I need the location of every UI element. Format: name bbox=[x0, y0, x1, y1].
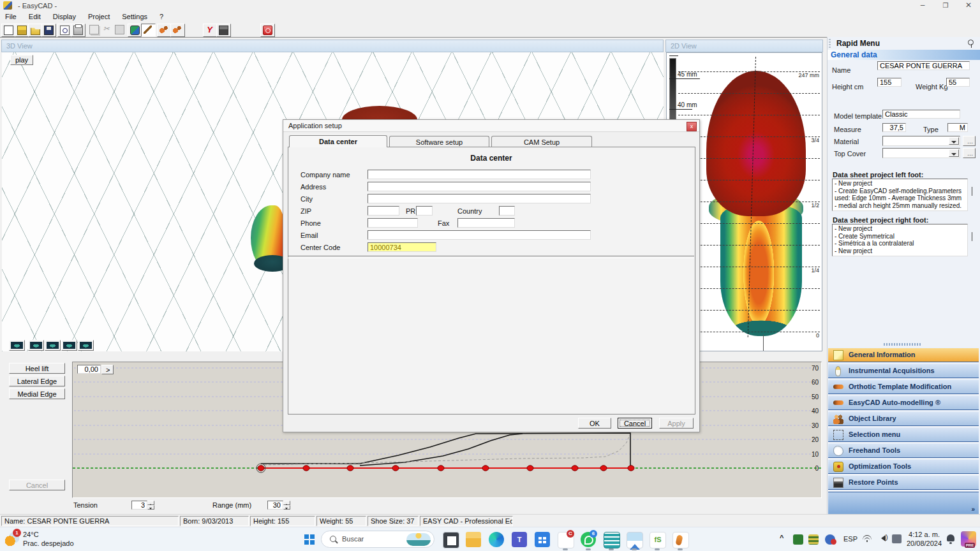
stamp-button[interactable] bbox=[216, 24, 231, 37]
close-button[interactable]: ✕ bbox=[957, 0, 980, 11]
control-point[interactable] bbox=[347, 466, 353, 471]
tray-app-icon[interactable] bbox=[793, 534, 803, 545]
weather-temp[interactable]: 24°C bbox=[23, 531, 39, 538]
tension-stepper[interactable] bbox=[147, 501, 154, 510]
cancel-button[interactable]: Cancel bbox=[618, 418, 652, 429]
open-button[interactable] bbox=[28, 24, 43, 37]
medial-edge-button[interactable]: Medial Edge bbox=[9, 388, 65, 399]
notification-bell-icon[interactable] bbox=[947, 534, 954, 541]
power-button[interactable] bbox=[260, 24, 275, 37]
center-code-field[interactable] bbox=[368, 242, 436, 252]
menu-file[interactable]: File bbox=[0, 11, 22, 20]
menu-help[interactable]: ? bbox=[154, 11, 168, 20]
control-point[interactable] bbox=[438, 466, 444, 471]
range-stepper[interactable] bbox=[283, 501, 290, 510]
control-point[interactable] bbox=[527, 466, 533, 471]
teams-icon[interactable]: T bbox=[512, 532, 527, 547]
dialog-close-button[interactable]: x bbox=[687, 122, 697, 131]
search-highlight-image[interactable] bbox=[406, 533, 431, 546]
chevron-down-icon[interactable] bbox=[949, 149, 959, 157]
language-indicator[interactable]: ESP bbox=[843, 535, 858, 543]
type-field[interactable] bbox=[947, 123, 968, 132]
dialog-title-bar[interactable]: Application setup x bbox=[283, 120, 699, 132]
name-field[interactable] bbox=[877, 61, 970, 70]
restore-button[interactable]: ❐ bbox=[934, 0, 957, 11]
right-foot-notes[interactable]: - New project - Create Symmetrical - Sim… bbox=[832, 224, 968, 256]
country-field[interactable] bbox=[499, 206, 515, 216]
top-cover-more-button[interactable]: ... bbox=[963, 148, 976, 158]
tray-app-icon[interactable] bbox=[808, 534, 819, 545]
sidebar-item-orthotic-template-modification[interactable]: Orthotic Template Modification bbox=[828, 379, 979, 394]
sidebar-item-optimization-tools[interactable]: Optimization Tools bbox=[828, 459, 979, 474]
control-point[interactable] bbox=[628, 466, 634, 471]
address-field[interactable] bbox=[368, 182, 591, 191]
new-button[interactable] bbox=[1, 24, 16, 37]
sidebar-item-freehand-tools[interactable]: Freehand Tools bbox=[828, 443, 979, 458]
model-template-field[interactable] bbox=[882, 110, 960, 119]
weight-field[interactable] bbox=[946, 78, 970, 87]
control-point[interactable] bbox=[303, 466, 309, 471]
view-preset-thumbnail[interactable] bbox=[9, 340, 25, 351]
phone-field[interactable] bbox=[368, 218, 418, 228]
sidebar-item-selection-menu[interactable]: Selection menu bbox=[828, 427, 979, 442]
profile-lower[interactable] bbox=[360, 434, 523, 466]
offset-value-field[interactable] bbox=[77, 365, 101, 374]
tab-software-setup[interactable]: Software setup bbox=[389, 136, 489, 147]
start-button[interactable] bbox=[304, 534, 315, 545]
file-explorer-icon[interactable] bbox=[466, 532, 481, 547]
cut-button[interactable]: ✂ bbox=[100, 24, 114, 36]
spin-up-icon[interactable] bbox=[283, 501, 290, 505]
tension-field[interactable] bbox=[131, 501, 147, 510]
wifi-icon[interactable] bbox=[863, 535, 872, 543]
control-point[interactable] bbox=[258, 466, 264, 471]
edge-browser-icon[interactable] bbox=[489, 532, 504, 547]
spin-down-icon[interactable] bbox=[147, 505, 154, 510]
sidebar-item-general-information[interactable]: General Information bbox=[828, 348, 979, 362]
clock-time[interactable]: 4:12 a. m. bbox=[907, 531, 940, 538]
tab-cam-setup[interactable]: CAM Setup bbox=[491, 136, 592, 147]
search-bar[interactable]: Buscar bbox=[321, 531, 434, 548]
tool-a-button[interactable] bbox=[157, 24, 172, 37]
spin-down-icon[interactable] bbox=[283, 505, 290, 510]
notes-app-icon[interactable] bbox=[604, 532, 620, 548]
menu-grip[interactable] bbox=[884, 343, 922, 346]
spin-up-icon[interactable] bbox=[147, 501, 154, 505]
play-button[interactable]: play bbox=[10, 55, 33, 65]
step-button[interactable]: > bbox=[101, 365, 114, 374]
chevron-down-icon[interactable] bbox=[949, 137, 959, 145]
sidebar-item-restore-points[interactable]: Restore Points bbox=[828, 475, 979, 490]
menu-edit[interactable]: Edit bbox=[24, 11, 46, 20]
measure-button[interactable]: Y bbox=[203, 24, 218, 37]
email-field[interactable] bbox=[368, 230, 591, 240]
taskview-icon[interactable] bbox=[443, 532, 459, 548]
left-foot-notes[interactable]: - New project - Create EasyCAD self-mode… bbox=[832, 179, 968, 211]
menu-display[interactable]: Display bbox=[48, 11, 81, 20]
weather-desc[interactable]: Prac. despejado bbox=[23, 540, 74, 547]
photos-app-icon[interactable] bbox=[627, 532, 643, 548]
fs-app-icon[interactable]: fS bbox=[650, 532, 666, 548]
tab-data-center[interactable]: Data center bbox=[289, 135, 387, 147]
measure-field[interactable] bbox=[882, 123, 906, 132]
archive-button[interactable] bbox=[15, 24, 29, 37]
company-name-field[interactable] bbox=[368, 170, 591, 179]
paste-button[interactable] bbox=[113, 24, 126, 36]
save-button[interactable] bbox=[41, 24, 56, 37]
view-preset-thumbnail[interactable] bbox=[45, 340, 61, 351]
sidebar-item-easycad-auto-modelling[interactable]: EasyCAD Auto-modelling ® bbox=[828, 395, 979, 410]
microsoft-store-icon[interactable] bbox=[535, 532, 550, 547]
sidebar-item-object-library[interactable]: Object Library bbox=[828, 411, 979, 426]
pen-device-icon[interactable] bbox=[892, 534, 902, 543]
control-point[interactable] bbox=[600, 466, 607, 471]
easycad-app-icon[interactable] bbox=[672, 532, 689, 548]
expand-glyph[interactable]: » bbox=[971, 506, 975, 513]
menu-settings[interactable]: Settings bbox=[117, 11, 152, 20]
range-field[interactable] bbox=[267, 501, 283, 510]
print-preview-button[interactable] bbox=[57, 24, 72, 37]
material-more-button[interactable]: ... bbox=[963, 136, 976, 146]
ok-button[interactable]: OK bbox=[578, 418, 611, 429]
volume-icon[interactable] bbox=[878, 535, 886, 541]
view-preset-thumbnail[interactable] bbox=[61, 340, 77, 351]
pr-field[interactable] bbox=[416, 206, 433, 216]
zip-field[interactable] bbox=[368, 206, 399, 216]
menu-project[interactable]: Project bbox=[83, 11, 115, 20]
